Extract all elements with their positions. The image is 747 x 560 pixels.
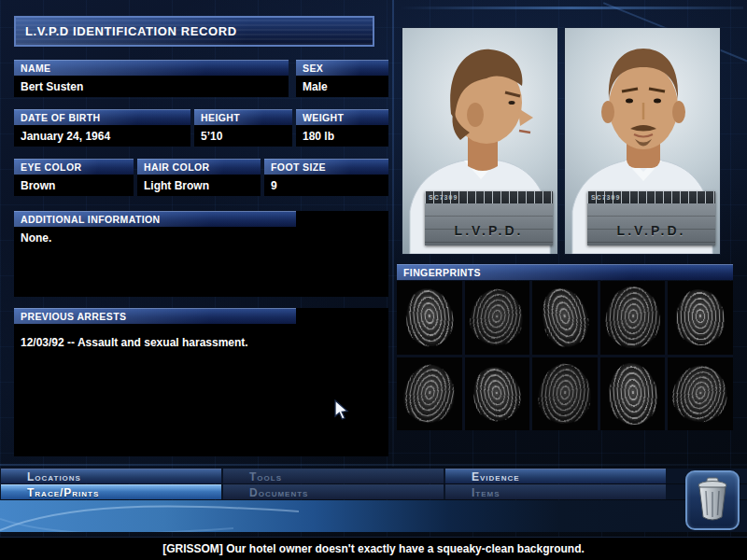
placard-text: L.V.P.D.	[587, 223, 715, 238]
fingerprint-image	[603, 285, 661, 350]
fingerprint-grid	[397, 281, 733, 430]
fingerprint-image	[470, 363, 525, 425]
fingerprints-label: FINGERPRINTS	[397, 264, 733, 280]
name-value: Bert Susten	[14, 76, 289, 97]
fingerprint-6	[397, 357, 462, 431]
fingerprint-image	[403, 287, 456, 349]
status-bar: [GRISSOM] Our hotel owner doesn't exactl…	[0, 537, 747, 560]
tab-items[interactable]: Items	[445, 484, 666, 499]
fingerprint-image	[668, 360, 733, 427]
additional-info-label: ADDITIONAL INFORMATION	[14, 211, 296, 227]
hair-color-value: Light Brown	[137, 175, 261, 196]
status-text: [GRISSOM] Our hotel owner doesn't exactl…	[162, 542, 585, 555]
previous-arrests-value: 12/03/92 -- Assault and sexual harassmen…	[21, 336, 382, 349]
fingerprint-image	[399, 360, 460, 427]
previous-arrests-field: PREVIOUS ARRESTS 12/03/92 -- Assault and…	[14, 308, 388, 456]
fingerprint-5	[668, 281, 733, 355]
fingerprint-2	[465, 281, 530, 355]
placard-serial: SC7309	[429, 194, 458, 201]
fingerprint-image	[536, 361, 594, 427]
trash-button[interactable]	[685, 470, 740, 530]
fingerprint-image	[675, 288, 726, 346]
mugshot-front: SC7309 L.V.P.D.	[565, 28, 720, 254]
fingerprint-7	[465, 357, 530, 431]
eye-color-value: Brown	[14, 175, 134, 196]
fingerprint-4	[600, 281, 666, 355]
height-label: HEIGHT	[194, 109, 292, 125]
fingerprint-3	[532, 281, 598, 355]
fingerprint-9	[600, 357, 666, 431]
fingerprint-8	[532, 357, 598, 431]
mugshot-placard: SC7309 L.V.P.D.	[587, 191, 715, 245]
foot-size-value: 9	[264, 175, 388, 196]
sex-value: Male	[296, 76, 388, 97]
fingerprint-image	[536, 283, 594, 352]
sex-label: SEX	[296, 60, 388, 76]
weight-value: 180 lb	[296, 125, 388, 147]
tab-tools[interactable]: Tools	[223, 469, 444, 483]
record-title-text: L.V.P.D IDENTIFICATION RECORD	[25, 24, 237, 38]
placard-ruler: SC7309	[587, 191, 715, 203]
tab-trace-prints[interactable]: Trace/Prints	[1, 484, 221, 499]
name-label: NAME	[14, 60, 289, 76]
date-of-birth-value: January 24, 1964	[14, 125, 190, 147]
fingerprint-1	[397, 281, 462, 355]
tab-evidence[interactable]: Evidence	[445, 469, 666, 483]
tab-documents[interactable]: Documents	[223, 484, 444, 499]
date-of-birth-label: DATE OF BIRTH	[14, 109, 190, 125]
nav-row-1: Locations Tools Evidence	[0, 469, 747, 483]
placard-ruler: SC7309	[425, 191, 553, 203]
weight-label: WEIGHT	[296, 109, 388, 125]
additional-info-value: None.	[21, 231, 382, 245]
fingerprint-10	[668, 357, 733, 431]
fingerprint-image	[467, 286, 529, 350]
placard-text: L.V.P.D.	[425, 223, 553, 238]
record-title: L.V.P.D IDENTIFICATION RECORD	[14, 16, 374, 47]
hair-color-label: HAIR COLOR	[137, 159, 261, 175]
evidence-tray	[0, 500, 747, 532]
eye-color-label: EYE COLOR	[14, 159, 134, 175]
foot-size-label: FOOT SIZE	[264, 159, 388, 175]
height-value: 5’10	[194, 125, 292, 147]
trash-can-icon	[690, 476, 735, 525]
tab-locations[interactable]: Locations	[1, 469, 221, 483]
tray-swoosh-decoration	[0, 500, 317, 532]
additional-info-field: ADDITIONAL INFORMATION None.	[14, 211, 388, 297]
mugshot-placard: SC7309 L.V.P.D.	[425, 191, 553, 245]
fingerprint-image	[606, 361, 658, 426]
placard-serial: SC7309	[591, 194, 620, 201]
mugshot-profile: SC7309 L.V.P.D.	[402, 28, 557, 254]
nav-row-2: Trace/Prints Documents Items	[0, 484, 747, 499]
previous-arrests-label: PREVIOUS ARRESTS	[14, 308, 296, 324]
